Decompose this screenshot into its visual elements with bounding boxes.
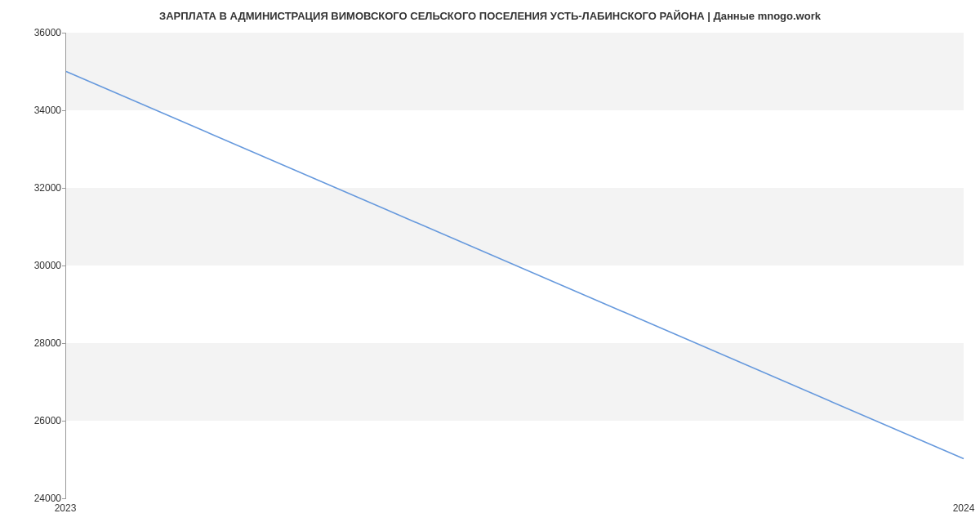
plot-area	[65, 33, 964, 498]
x-tick-label: 2023	[55, 502, 77, 514]
chart-title: ЗАРПЛАТА В АДМИНИСТРАЦИЯ ВИМОВСКОГО СЕЛЬ…	[0, 10, 980, 22]
y-tick-label: 36000	[20, 27, 61, 38]
y-tick-label: 34000	[20, 105, 61, 116]
y-tick-label: 26000	[20, 415, 61, 426]
x-tick-label: 2024	[953, 502, 975, 514]
line-series	[66, 33, 964, 498]
y-tick-label: 28000	[20, 337, 61, 349]
y-tick-mark	[62, 498, 66, 499]
y-tick-label: 30000	[20, 260, 61, 271]
y-tick-label: 32000	[20, 182, 61, 194]
